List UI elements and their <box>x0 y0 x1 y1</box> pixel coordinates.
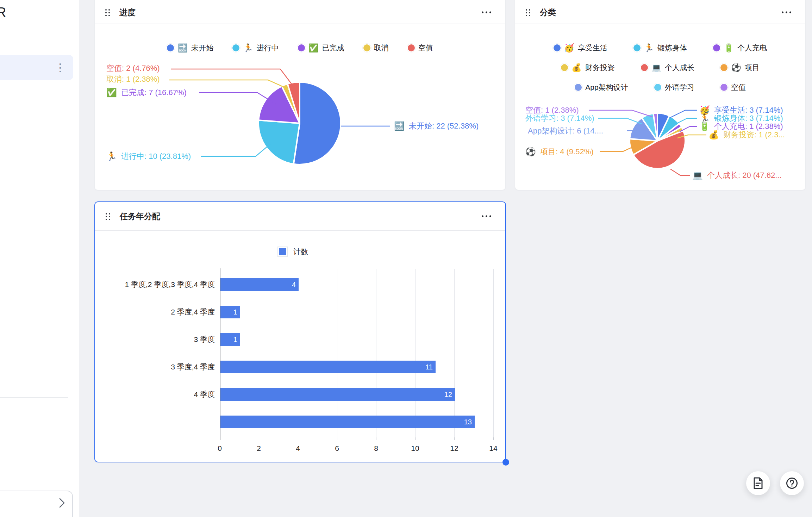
bar-value-label: 13 <box>464 418 472 426</box>
bar-3[interactable]: 1 <box>220 333 240 346</box>
label-line <box>169 80 288 89</box>
x-tick-label: 14 <box>489 444 497 453</box>
sidebar-collapse-panel[interactable] <box>0 491 73 517</box>
bar-6[interactable]: 13 <box>220 416 475 428</box>
pie-label-text: 已完成: 7 (16.67%) <box>121 87 187 98</box>
category-pie <box>515 0 806 191</box>
pie-label-项目: ⚽项目: 4 (9.52%) <box>525 147 594 157</box>
pie-label-text: 进行中: 10 (23.81%) <box>121 151 191 162</box>
gridline <box>415 269 416 437</box>
pie-label-text: 空值: 1 (2.38%) <box>525 105 579 116</box>
bar-value-label: 11 <box>425 363 433 371</box>
pie-label-空值: 空值: 2 (4.76%) <box>106 63 160 74</box>
kebab-menu-icon[interactable]: ⋮ <box>55 64 65 71</box>
bar-value-label: 4 <box>292 281 296 289</box>
label-line <box>589 110 652 117</box>
progress-chart-card: 进度 🔜未开始🏃进行中✅已完成取消空值 🔜未开始: 22 (52.38%)🏃进行… <box>94 0 506 190</box>
category-label: 3 季度,4 季度 <box>171 362 215 372</box>
bar-value-label: 1 <box>233 336 237 344</box>
y-axis-line <box>220 268 220 440</box>
axis-tick <box>376 437 376 440</box>
sidebar-item-selected[interactable]: ⋮ <box>0 55 73 80</box>
pie-label-text: 取消: 1 (2.38%) <box>106 74 160 85</box>
quarter-bar-chart-card[interactable]: 任务年分配 计数 024681012141 季度,2 季度,3 季度,4 季度4… <box>94 201 506 462</box>
gridline <box>493 269 494 437</box>
gridline <box>337 269 337 437</box>
axis-tick <box>415 437 416 440</box>
pie-label-个人成长: 💻个人成长: 20 (47.62... <box>692 170 781 181</box>
help-icon <box>786 477 798 490</box>
pie-label-text: App架构设计: 6 (14.... <box>528 126 603 136</box>
label-line <box>670 169 690 175</box>
axis-tick <box>454 437 455 440</box>
category-label: 3 季度 <box>194 335 215 344</box>
label-line <box>600 147 634 151</box>
bar-4[interactable]: 11 <box>220 361 436 373</box>
axis-tick <box>259 437 259 440</box>
document-icon <box>753 477 763 489</box>
category-label: 2 季度,4 季度 <box>171 307 215 317</box>
pie-label-emoji-icon: 💰 <box>708 131 719 139</box>
pie-label-emoji-icon: 💻 <box>692 171 703 180</box>
gridline <box>454 269 455 437</box>
pie-label-已完成: ✅已完成: 7 (16.67%) <box>106 87 187 98</box>
axis-tick <box>337 437 337 440</box>
pie-slice-未开始[interactable] <box>294 82 341 164</box>
label-line <box>669 110 697 118</box>
pie-label-emoji-icon: ⚽ <box>525 148 536 156</box>
x-tick-label: 4 <box>296 444 300 453</box>
pie-label-emoji-icon: 🏃 <box>106 152 117 161</box>
x-tick-label: 6 <box>335 444 339 453</box>
x-tick-label: 2 <box>257 444 261 453</box>
category-chart-card: 分类 🥳享受生活🏃锻炼身体🔋个人充电 💰财务投资💻个人成长⚽项目 App架构设计… <box>515 0 806 190</box>
x-tick-label: 0 <box>218 444 222 453</box>
gridline <box>259 269 259 437</box>
pie-label-空值: 空值: 1 (2.38%) <box>525 105 579 116</box>
resize-handle[interactable] <box>502 459 509 466</box>
pie-label-App架构设计: App架构设计: 6 (14.... <box>528 126 603 136</box>
pie-label-未开始: 🔜未开始: 22 (52.38%) <box>394 121 479 131</box>
help-button[interactable] <box>780 471 804 495</box>
pie-label-emoji-icon: ✅ <box>106 88 117 97</box>
pie-label-text: 项目: 4 (9.52%) <box>540 147 594 157</box>
axis-tick <box>298 437 298 440</box>
sidebar: R ⋮ <box>0 0 79 517</box>
pie-label-进行中: 🏃进行中: 10 (23.81%) <box>106 151 191 162</box>
gridline <box>376 269 376 437</box>
label-line <box>201 143 271 156</box>
x-tick-label: 12 <box>450 444 458 453</box>
bar-2[interactable]: 1 <box>220 306 240 318</box>
label-line <box>171 69 294 88</box>
bar-value-label: 12 <box>444 391 452 399</box>
pie-slice-进行中[interactable] <box>258 120 300 164</box>
pie-label-text: 未开始: 22 (52.38%) <box>409 121 479 131</box>
pie-label-text: 财务投资: 1 (2.3... <box>723 130 785 140</box>
axis-tick <box>493 437 494 440</box>
sidebar-partial-title: R <box>0 5 6 20</box>
category-label: 4 季度 <box>194 390 215 399</box>
document-button[interactable] <box>746 471 770 495</box>
x-tick-label: 10 <box>411 444 419 453</box>
pie-label-财务投资: 💰财务投资: 1 (2.3... <box>708 130 785 140</box>
pie-label-取消: 取消: 1 (2.38%) <box>106 74 160 85</box>
chevron-right-icon <box>59 498 65 508</box>
x-tick-label: 8 <box>374 444 378 453</box>
bar-plot-area: 024681012141 季度,2 季度,3 季度,4 季度42 季度,4 季度… <box>95 202 507 463</box>
bar-5[interactable]: 12 <box>220 388 455 401</box>
bar-1[interactable]: 4 <box>220 278 299 291</box>
pie-label-text: 空值: 2 (4.76%) <box>106 63 160 74</box>
pie-label-emoji-icon: 🔜 <box>394 122 405 130</box>
sidebar-divider <box>0 397 68 398</box>
category-label: 1 季度,2 季度,3 季度,4 季度 <box>125 280 215 289</box>
gridline <box>298 269 298 437</box>
pie-label-text: 个人成长: 20 (47.62... <box>707 170 782 181</box>
bar-value-label: 1 <box>233 308 237 316</box>
